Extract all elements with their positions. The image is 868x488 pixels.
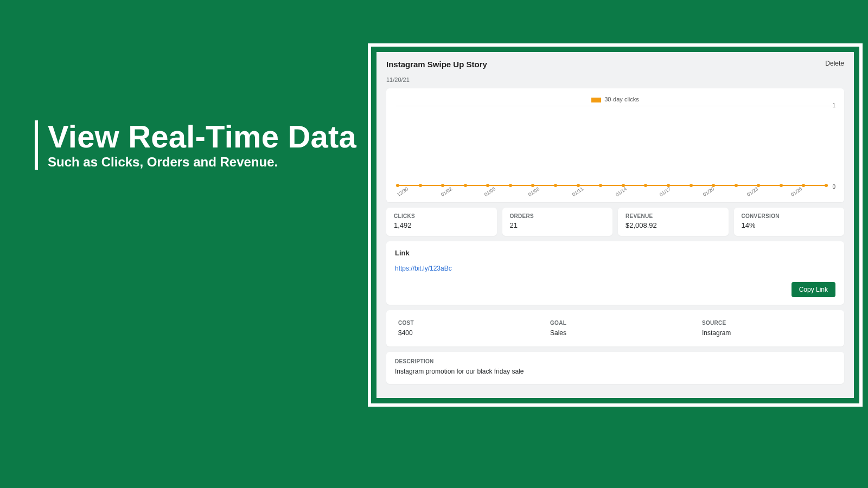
attribute-value: Instagram	[702, 329, 832, 337]
delete-button[interactable]: Delete	[825, 60, 844, 67]
stat-value: 1,492	[394, 221, 489, 229]
page-header: Instagram Swipe Up Story Delete	[386, 60, 844, 69]
page-date: 11/20/21	[386, 76, 844, 83]
stat-label: REVENUE	[626, 213, 721, 219]
chart-dot	[396, 184, 399, 187]
marketing-subtitle: Such as Clicks, Orders and Revenue.	[48, 155, 356, 170]
marketing-hero: View Real-Time Data Such as Clicks, Orde…	[35, 120, 356, 170]
chart-dot	[419, 184, 422, 187]
stat-label: CLICKS	[394, 213, 489, 219]
chart-dot	[441, 184, 444, 187]
chart-dot	[554, 184, 557, 187]
stats-row: CLICKS1,492ORDERS21REVENUE$2,008.92CONVE…	[386, 208, 844, 236]
chart-ytick-max: 1	[832, 102, 835, 108]
tracking-link[interactable]: https://bit.ly/123aBc	[395, 265, 835, 272]
attribute-column: GOALSales	[550, 320, 680, 337]
attribute-label: SOURCE	[702, 320, 832, 326]
stat-card: REVENUE$2,008.92	[618, 208, 729, 236]
stat-card: CONVERSION14%	[734, 208, 845, 236]
link-actions: Copy Link	[395, 282, 835, 297]
attribute-value: Sales	[550, 329, 680, 337]
chart-legend-label: 30-day clicks	[604, 96, 639, 102]
link-card: Link https://bit.ly/123aBc Copy Link	[386, 241, 844, 305]
chart-xticks: 12/3001/0201/0501/0801/1101/1401/1701/20…	[396, 193, 828, 198]
chart-data-points	[396, 184, 828, 187]
attribute-label: GOAL	[550, 320, 680, 326]
chart-card: 30-day clicks 1 0 12/3001/0201/0501/0801…	[386, 88, 844, 202]
stat-card: CLICKS1,492	[386, 208, 497, 236]
link-section-title: Link	[395, 249, 835, 257]
stat-value: 21	[510, 221, 605, 229]
copy-link-button[interactable]: Copy Link	[792, 282, 835, 297]
chart-dot	[486, 184, 489, 187]
app-surface: Instagram Swipe Up Story Delete 11/20/21…	[376, 52, 854, 398]
chart-dot	[509, 184, 512, 187]
stat-label: ORDERS	[510, 213, 605, 219]
chart-ytick-min: 0	[832, 184, 835, 190]
description-label: DESCRIPTION	[395, 358, 835, 364]
app-frame: Instagram Swipe Up Story Delete 11/20/21…	[368, 43, 863, 407]
attribute-label: COST	[398, 320, 528, 326]
attribute-value: $400	[398, 329, 528, 337]
stat-value: 14%	[742, 221, 837, 229]
chart-plot: 1 0 12/3001/0201/0501/0801/1101/1401/170…	[396, 106, 834, 198]
chart-dot	[531, 184, 534, 187]
attributes-card: COST$400GOALSalesSOURCEInstagram	[386, 310, 844, 346]
stat-card: ORDERS21	[502, 208, 613, 236]
stat-label: CONVERSION	[742, 213, 837, 219]
chart-dot	[464, 184, 467, 187]
marketing-title: View Real-Time Data	[48, 120, 356, 153]
description-card: DESCRIPTION Instagram promotion for our …	[386, 352, 844, 384]
legend-swatch-icon	[591, 98, 601, 102]
stat-value: $2,008.92	[626, 221, 721, 229]
page-title: Instagram Swipe Up Story	[386, 60, 487, 69]
description-text: Instagram promotion for our black friday…	[395, 368, 835, 375]
attribute-column: COST$400	[398, 320, 528, 337]
chart-legend: 30-day clicks	[396, 96, 834, 102]
attribute-column: SOURCEInstagram	[702, 320, 832, 337]
